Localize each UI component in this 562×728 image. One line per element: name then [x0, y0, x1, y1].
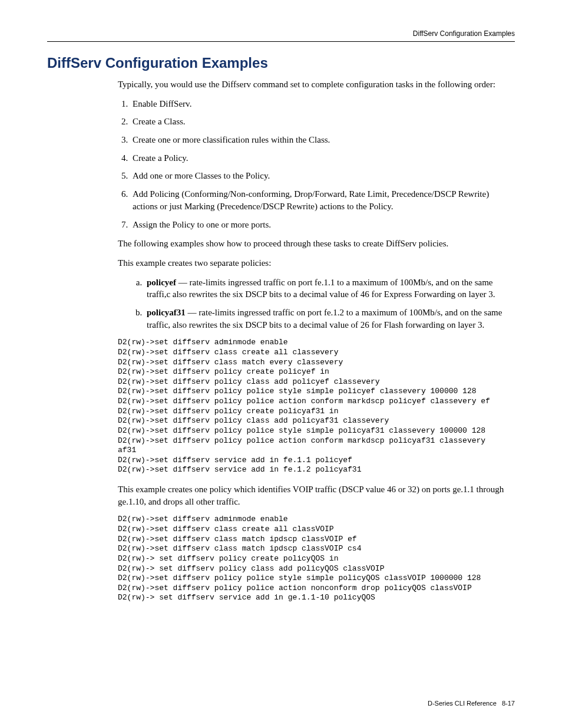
page-footer: D-Series CLI Reference 8-17: [428, 700, 515, 707]
policy-list: policyef — rate-limits ingressed traffic…: [132, 276, 515, 331]
footer-doc-title: D-Series CLI Reference: [428, 700, 497, 707]
step-item: Add Policing (Conforming/Non-conforming,…: [130, 188, 515, 212]
policy-desc: — rate-limits ingressed traffic on port …: [147, 278, 495, 299]
code-listing: D2(rw)->set diffserv adminmode enable D2…: [118, 515, 515, 603]
policy-item: policyaf31 — rate-limits ingressed traff…: [144, 307, 515, 331]
steps-list: Enable DiffServ. Create a Class. Create …: [118, 98, 515, 231]
policy-desc: — rate-limits ingressed traffic on port …: [147, 308, 502, 330]
body-text: This example creates one policy which id…: [118, 483, 515, 508]
section-title: DiffServ Configuration Examples: [47, 55, 515, 71]
paragraph: This example creates two separate polici…: [118, 257, 515, 269]
running-head: DiffServ Configuration Examples: [47, 29, 515, 42]
paragraph: This example creates one policy which id…: [118, 483, 515, 508]
page: DiffServ Configuration Examples DiffServ…: [0, 0, 562, 728]
policy-item: policyef — rate-limits ingressed traffic…: [144, 276, 515, 301]
step-item: Create one or more classification rules …: [130, 134, 515, 146]
code-block-1: D2(rw)->set diffserv adminmode enable D2…: [118, 338, 515, 475]
step-item: Create a Policy.: [130, 152, 515, 164]
policy-name: policyaf31: [147, 308, 186, 317]
body-text: Typically, you would use the Diffserv co…: [118, 78, 515, 331]
code-listing: D2(rw)->set diffserv adminmode enable D2…: [118, 338, 515, 475]
policy-name: policyef: [147, 278, 176, 287]
step-item: Assign the Policy to one or more ports.: [130, 219, 515, 231]
paragraph: The following examples show how to proce…: [118, 238, 515, 250]
intro-paragraph: Typically, you would use the Diffserv co…: [118, 78, 515, 91]
code-block-2: D2(rw)->set diffserv adminmode enable D2…: [118, 515, 515, 603]
step-item: Add one or more Classes to the Policy.: [130, 170, 515, 182]
footer-page-number: 8-17: [502, 700, 515, 707]
step-item: Enable DiffServ.: [130, 98, 515, 110]
step-item: Create a Class.: [130, 116, 515, 128]
